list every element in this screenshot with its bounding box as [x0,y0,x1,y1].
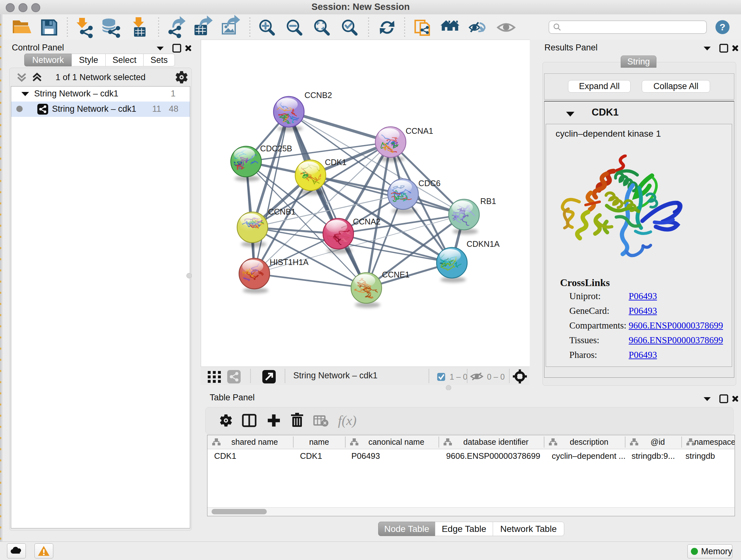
svg-text:name: name [309,437,329,446]
svg-text:HIST1H1A: HIST1H1A [270,258,309,266]
svg-text:@id: @id [651,437,665,446]
svg-text:0 – 0: 0 – 0 [487,372,505,381]
svg-text:CCNE1: CCNE1 [382,270,409,279]
svg-text:CDKN1A: CDKN1A [467,240,499,248]
svg-text:CCNA1: CCNA1 [406,126,433,135]
svg-text:CDK1: CDK1 [325,158,347,167]
svg-text:namespace: namespace [694,437,735,446]
svg-text:RB1: RB1 [480,197,496,206]
svg-text:shared name: shared name [231,437,278,446]
svg-text:CCNB2: CCNB2 [305,91,332,100]
svg-text:CCNB1: CCNB1 [268,207,295,216]
svg-text:CDC25B: CDC25B [260,144,292,153]
svg-text:1 – 0: 1 – 0 [450,372,468,381]
svg-text:?: ? [720,22,725,32]
svg-text:CCNA2: CCNA2 [353,217,381,226]
svg-text:CDC6: CDC6 [418,179,441,188]
svg-text:f(x): f(x) [338,413,356,428]
svg-text:description: description [570,437,609,446]
svg-text:canonical name: canonical name [368,437,424,446]
svg-text:database identifier: database identifier [463,437,529,446]
